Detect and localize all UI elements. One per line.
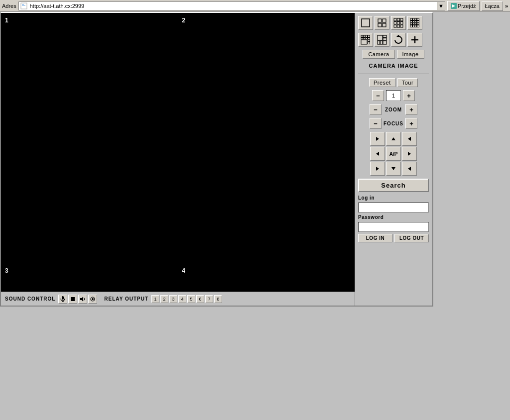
- svg-rect-34: [410, 23, 412, 25]
- number-plus-btn[interactable]: +: [403, 90, 415, 101]
- arrow-bottomright-btn[interactable]: [402, 162, 417, 176]
- browser-toolbar: Adres ▼ Przejdź Łącza »: [0, 0, 510, 12]
- go-button[interactable]: Przejdź: [447, 1, 480, 11]
- svg-rect-18: [397, 18, 400, 21]
- svg-rect-2: [22, 5, 25, 5]
- relay-btn-6[interactable]: 6: [196, 295, 204, 303]
- svg-rect-25: [400, 25, 403, 27]
- password-input[interactable]: [358, 222, 429, 232]
- relay-btn-5[interactable]: 5: [187, 295, 195, 303]
- sound-mic-btn[interactable]: [58, 295, 67, 304]
- login-buttons-row: LOG IN LOG OUT: [358, 234, 429, 242]
- svg-rect-29: [417, 18, 419, 20]
- camera-image-row: Camera Image: [358, 50, 429, 59]
- sound-label: SOUND CONTROL: [5, 296, 55, 302]
- svg-rect-13: [378, 19, 382, 22]
- relay-btn-7[interactable]: 7: [205, 295, 213, 303]
- camera-button[interactable]: Camera: [363, 50, 394, 59]
- svg-rect-15: [378, 23, 382, 27]
- layout-1x1-btn[interactable]: [358, 16, 373, 30]
- ap-btn[interactable]: A/P: [386, 147, 401, 161]
- login-input[interactable]: [358, 203, 429, 212]
- zoom-minus-btn[interactable]: −: [370, 104, 382, 115]
- svg-rect-32: [415, 21, 417, 23]
- focus-control-row: − FOCUS +: [358, 118, 429, 129]
- login-btn[interactable]: LOG IN: [358, 234, 392, 242]
- arrow-pad: A/P: [358, 132, 429, 176]
- focus-minus-btn[interactable]: −: [370, 118, 382, 129]
- corner-label-br: 4: [182, 267, 185, 274]
- svg-rect-52: [368, 42, 370, 44]
- svg-rect-44: [366, 35, 368, 37]
- svg-rect-46: [361, 38, 363, 40]
- address-dropdown-btn[interactable]: ▼: [437, 2, 445, 10]
- login-label: Log in: [358, 195, 429, 201]
- svg-rect-57: [381, 41, 383, 44]
- number-input[interactable]: [386, 90, 401, 101]
- svg-rect-51: [368, 40, 370, 42]
- arrow-bottomleft-btn[interactable]: [370, 162, 385, 176]
- preset-tour-row: Preset Tour: [358, 78, 429, 87]
- svg-rect-56: [378, 41, 380, 44]
- corner-label-tr: 2: [182, 17, 185, 24]
- layout-2x2-btn[interactable]: [375, 16, 389, 30]
- svg-rect-12: [362, 19, 370, 27]
- svg-rect-1: [22, 4, 24, 4]
- zoom-plus-btn[interactable]: +: [405, 104, 417, 115]
- search-button[interactable]: Search: [358, 179, 429, 192]
- arrow-topleft-btn[interactable]: [370, 132, 385, 146]
- svg-rect-26: [410, 18, 412, 20]
- right-panel: Camera Image CAMERA IMAGE Preset Tour − …: [355, 13, 432, 306]
- sound-speaker-btn[interactable]: [78, 295, 87, 304]
- svg-rect-5: [62, 296, 64, 300]
- relay-btn-1[interactable]: 1: [151, 295, 159, 303]
- divider-1: [358, 74, 429, 74]
- sound-stop-btn[interactable]: [68, 295, 77, 304]
- arrow-topright-btn[interactable]: [402, 132, 417, 146]
- rotate-btn[interactable]: [391, 33, 406, 47]
- add-btn[interactable]: [407, 33, 422, 47]
- sound-rec-btn[interactable]: [88, 295, 97, 304]
- layout-row-1: [358, 16, 429, 30]
- svg-rect-14: [382, 19, 386, 22]
- number-minus-btn[interactable]: −: [372, 90, 384, 101]
- svg-rect-23: [394, 25, 396, 27]
- relay-btn-8[interactable]: 8: [214, 295, 222, 303]
- tour-button[interactable]: Tour: [397, 78, 418, 87]
- camera-view: 1 2 3 4: [1, 13, 355, 292]
- layout-3x3-btn[interactable]: [391, 16, 406, 30]
- arrow-right-btn[interactable]: [402, 147, 417, 161]
- arrow-up-btn[interactable]: [386, 132, 401, 146]
- login-section: Log in Password LOG IN LOG OUT: [358, 195, 429, 242]
- svg-rect-8: [71, 297, 75, 301]
- svg-rect-50: [361, 40, 367, 44]
- logout-btn[interactable]: LOG OUT: [394, 234, 429, 242]
- focus-plus-btn[interactable]: +: [405, 118, 417, 129]
- layout-1plus4-btn[interactable]: [358, 33, 373, 47]
- svg-rect-55: [383, 38, 386, 41]
- relay-btn-4[interactable]: 4: [178, 295, 186, 303]
- arrow-down-btn[interactable]: [386, 162, 401, 176]
- links-button[interactable]: Łącza: [482, 1, 503, 11]
- svg-rect-20: [394, 22, 396, 24]
- number-control-row: − +: [358, 90, 429, 101]
- svg-rect-43: [364, 35, 366, 37]
- svg-rect-35: [413, 23, 415, 25]
- image-button[interactable]: Image: [397, 50, 424, 59]
- svg-rect-33: [417, 21, 419, 23]
- address-label: Adres: [2, 3, 16, 9]
- section-title: CAMERA IMAGE: [358, 63, 429, 69]
- relay-btn-2[interactable]: 2: [160, 295, 168, 303]
- arrow-left-btn[interactable]: [370, 147, 385, 161]
- more-indicator: »: [505, 3, 508, 9]
- preset-button[interactable]: Preset: [369, 78, 395, 87]
- relay-btn-3[interactable]: 3: [169, 295, 177, 303]
- svg-rect-22: [400, 22, 403, 24]
- address-input[interactable]: [29, 3, 437, 9]
- layout-4x4-btn[interactable]: [407, 16, 422, 30]
- svg-rect-16: [382, 23, 386, 27]
- svg-rect-0: [21, 3, 27, 9]
- layout-custom1-btn[interactable]: [375, 33, 389, 47]
- corner-label-tl: 1: [5, 17, 8, 24]
- page-icon: [20, 2, 28, 10]
